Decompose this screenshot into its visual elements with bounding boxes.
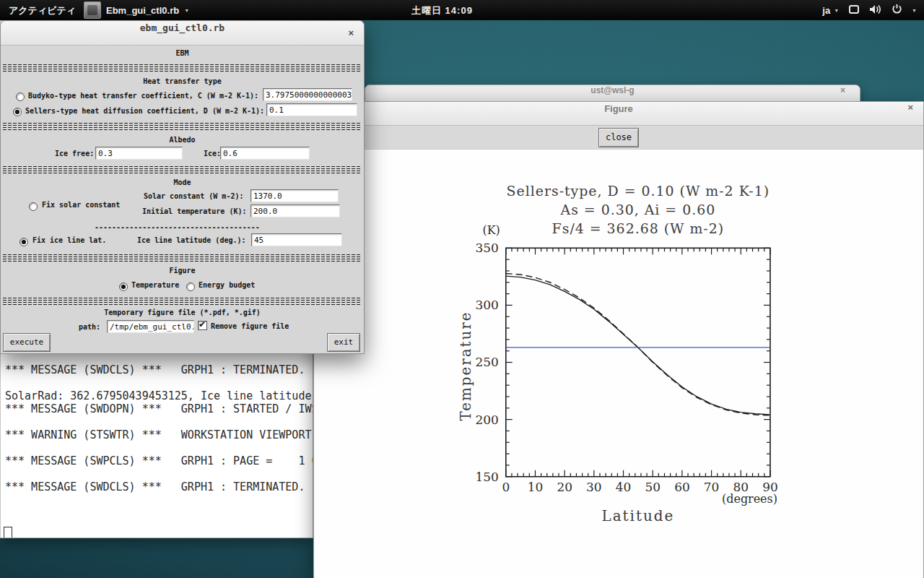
chart-title-line: Fs/4 = 362.68 (W m-2) xyxy=(552,220,724,236)
ice-latitude-field[interactable]: 45 xyxy=(251,233,342,246)
fix-ice-line-label: Fix ice line lat. xyxy=(32,236,106,244)
background-window-title: ust@wsl-g xyxy=(365,85,860,95)
initial-temperature-field[interactable]: 200.0 xyxy=(250,204,340,217)
app-menu-label: Ebm_gui_ctl0.rb xyxy=(106,5,179,16)
terminal-line: *** MESSAGE (SWPCLS) *** GRPH1 : PAGE = … xyxy=(5,454,313,467)
ebm-dialog: ebm_gui_ctl0.rb × EBM Heat transfer type… xyxy=(0,20,365,354)
fix-solar-radio[interactable] xyxy=(29,202,38,211)
ice-free-label: Ice free: xyxy=(55,150,94,158)
x-tick-label: 0 xyxy=(502,480,510,494)
figure-temperature-label: Temperature xyxy=(131,281,179,289)
budyko-radio[interactable] xyxy=(16,92,25,101)
ebm-header: EBM xyxy=(1,49,364,57)
solar-constant-field[interactable]: 1370.0 xyxy=(250,189,339,202)
power-icon[interactable] xyxy=(892,4,902,17)
execute-button[interactable]: execute xyxy=(3,333,51,352)
solar-constant-label: Solar constant (W m-2): xyxy=(144,192,243,200)
terminal-cursor xyxy=(4,527,12,538)
chart-title-line: As = 0.30, Ai = 0.60 xyxy=(559,202,715,217)
screen-status-icon[interactable] xyxy=(848,4,860,17)
close-icon[interactable]: × xyxy=(840,85,845,95)
x-tick-label: 70 xyxy=(704,480,720,494)
albedo-section-title: Albedo xyxy=(1,136,364,144)
app-menu-button[interactable]: Ebm_gui_ctl0.rb ▼ xyxy=(84,1,189,20)
y-axis-unit: (K) xyxy=(483,223,500,237)
figure-window-titlebar[interactable]: Figure × xyxy=(314,102,923,126)
figure-window-title: Figure xyxy=(604,103,633,114)
plot-frame xyxy=(506,248,770,476)
gnome-top-bar: アクティビティ Ebm_gui_ctl0.rb ▼ 土曜日 14:09 ja ▼… xyxy=(0,0,924,20)
y-tick-label: 350 xyxy=(476,241,499,255)
chevron-down-icon[interactable]: ▼ xyxy=(912,8,917,13)
heat-section-title: Heat transfer type xyxy=(1,77,364,85)
temperature-chart: 0102030405060708090150200250300350Seller… xyxy=(314,150,923,578)
section-separator xyxy=(3,64,362,72)
series-temperature-dashed xyxy=(506,273,770,415)
y-tick-label: 250 xyxy=(476,355,499,369)
path-label: path: xyxy=(79,323,100,331)
ebm-dialog-titlebar[interactable]: ebm_gui_ctl0.rb × xyxy=(1,21,364,46)
x-tick-label: 10 xyxy=(528,480,544,494)
section-separator xyxy=(3,297,362,306)
sellers-label: Sellers-type heat diffusion coefficient,… xyxy=(25,107,264,115)
figure-plot-area: 0102030405060708090150200250300350Seller… xyxy=(314,150,923,578)
budyko-coefficient-field[interactable]: 3.7975000000000003 xyxy=(263,88,352,101)
figure-section-title: Figure xyxy=(1,267,364,275)
terminal-line: SolarRad: 362.67950439453125, Ice line l… xyxy=(5,389,313,402)
input-source-menu[interactable]: ja ▼ xyxy=(822,5,839,16)
mode-section-title: Mode xyxy=(1,178,364,186)
remove-figure-label: Remove figure file xyxy=(211,322,289,330)
figure-toolbar: close xyxy=(314,126,923,150)
exit-button[interactable]: exit xyxy=(327,333,360,352)
sellers-radio[interactable] xyxy=(13,108,22,116)
x-tick-label: 50 xyxy=(645,480,661,494)
y-tick-label: 150 xyxy=(476,470,499,484)
close-icon[interactable]: × xyxy=(907,102,913,113)
ice-free-field[interactable]: 0.3 xyxy=(95,147,183,160)
system-status-area: ja ▼ ▼ xyxy=(822,0,917,20)
y-tick-label: 300 xyxy=(476,298,499,312)
fix-ice-line-radio[interactable] xyxy=(19,238,28,246)
sellers-coefficient-field[interactable]: 0.1 xyxy=(266,103,357,116)
ice-label: Ice: xyxy=(204,150,221,158)
x-tick-label: 20 xyxy=(557,480,572,494)
terminal-line: *** WARNING (STSWTR) *** WORKSTATION VIE… xyxy=(5,428,313,441)
ebm-dialog-content: EBM Heat transfer type Budyko-type heat … xyxy=(1,46,364,355)
figure-energy-label: Energy budget xyxy=(199,281,255,289)
budyko-label: Budyko-type heat transfer coefficient, C… xyxy=(28,92,258,100)
terminal-line: *** MESSAGE (SWDOPN) *** GRPH1 : STARTED… xyxy=(5,402,313,415)
x-axis-unit: (degrees) xyxy=(722,492,777,506)
x-tick-label: 40 xyxy=(616,480,632,494)
chart-title-line: Sellers-type, D = 0.10 (W m-2 K-1) xyxy=(507,183,770,199)
chevron-down-icon: ▼ xyxy=(834,8,839,13)
terminal-line: *** MESSAGE (SWDCLS) *** GRPH1 : TERMINA… xyxy=(5,480,313,493)
figure-temperature-radio[interactable] xyxy=(119,282,128,291)
figure-energy-radio[interactable] xyxy=(186,282,195,291)
chevron-down-icon: ▼ xyxy=(184,8,189,13)
terminal-output: *** MESSAGE (SWPCLS) *** GRPH1 : PAGE = … xyxy=(5,337,313,493)
ice-field[interactable]: 0.6 xyxy=(220,147,310,160)
remove-figure-checkbox[interactable] xyxy=(198,321,207,330)
mode-divider: -------------------------------------- xyxy=(95,223,260,231)
series-temperature-solid xyxy=(506,276,770,415)
input-source-label: ja xyxy=(822,5,830,16)
app-icon xyxy=(84,1,101,19)
tempfile-section-title: Temporary figure file (*.pdf, *.gif) xyxy=(1,309,364,316)
activities-button[interactable]: アクティビティ xyxy=(9,4,76,17)
terminal-line xyxy=(5,467,313,480)
x-tick-label: 60 xyxy=(674,480,690,494)
terminal-line xyxy=(5,376,313,389)
close-icon[interactable]: × xyxy=(348,21,354,45)
figure-close-button[interactable]: close xyxy=(598,128,639,147)
path-field[interactable]: /tmp/ebm_gui_ctl0.rb xyxy=(107,320,194,333)
terminal-line xyxy=(5,441,313,454)
x-tick-label: 30 xyxy=(586,480,602,494)
clock-label[interactable]: 土曜日 14:09 xyxy=(411,4,473,17)
section-separator xyxy=(3,254,362,262)
volume-icon[interactable] xyxy=(869,4,882,17)
y-tick-label: 200 xyxy=(476,413,499,427)
fix-solar-label: Fix solar constant xyxy=(42,201,120,209)
x-axis-label: Latitude xyxy=(602,508,675,525)
y-axis-label: Temperature xyxy=(458,311,474,420)
terminal-line: *** MESSAGE (SWDCLS) *** GRPH1 : TERMINA… xyxy=(5,363,313,376)
